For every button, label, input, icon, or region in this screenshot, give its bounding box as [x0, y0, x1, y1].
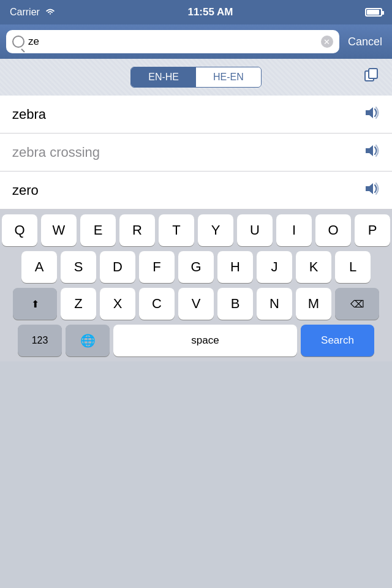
- wifi-icon: [45, 7, 56, 18]
- key-Y[interactable]: Y: [198, 214, 233, 246]
- seg-he-en[interactable]: HE-EN: [196, 67, 261, 87]
- key-D[interactable]: D: [100, 251, 135, 283]
- key-T[interactable]: T: [159, 214, 194, 246]
- key-F[interactable]: F: [139, 251, 175, 283]
- key-R[interactable]: R: [119, 214, 155, 246]
- key-S[interactable]: S: [61, 251, 96, 283]
- segmented-control[interactable]: EN-HE HE-EN: [130, 67, 262, 88]
- clear-button[interactable]: ✕: [321, 36, 333, 48]
- language-selector-area: EN-HE HE-EN: [0, 59, 392, 96]
- search-icon: [12, 36, 24, 48]
- key-M[interactable]: M: [296, 288, 331, 320]
- search-key[interactable]: Search: [301, 325, 374, 356]
- status-bar: Carrier 11:55 AM: [0, 0, 392, 24]
- key-Z[interactable]: Z: [61, 288, 96, 320]
- status-right: [365, 8, 382, 17]
- key-H[interactable]: H: [217, 251, 253, 283]
- key-J[interactable]: J: [257, 251, 292, 283]
- svg-marker-2: [366, 107, 373, 118]
- key-L[interactable]: L: [335, 251, 371, 283]
- svg-marker-3: [366, 145, 373, 156]
- result-text-2: zero: [12, 183, 39, 198]
- seg-en-he[interactable]: EN-HE: [131, 67, 196, 87]
- status-time: 11:55 AM: [187, 6, 233, 18]
- result-text-0: zebra: [12, 107, 46, 123]
- keyboard-row-1: Q W E R T Y U I O P: [2, 214, 390, 246]
- keyboard-row-2: A S D F G H J K L: [2, 251, 390, 283]
- search-box[interactable]: ze ✕: [6, 30, 339, 53]
- shift-key[interactable]: ⬆: [13, 288, 57, 320]
- key-I[interactable]: I: [276, 214, 312, 246]
- keyboard-row-3: ⬆ Z X C V B N M ⌫: [2, 288, 390, 320]
- battery-icon: [365, 8, 382, 17]
- globe-key[interactable]: 🌐: [66, 325, 110, 356]
- svg-rect-1: [369, 69, 377, 78]
- cancel-button[interactable]: Cancel: [344, 36, 386, 48]
- search-input[interactable]: ze: [28, 36, 317, 48]
- result-item-2[interactable]: zero: [0, 172, 392, 209]
- key-C[interactable]: C: [139, 288, 175, 320]
- key-A[interactable]: A: [21, 251, 57, 283]
- num-key[interactable]: 123: [18, 325, 62, 356]
- status-left: Carrier: [10, 7, 56, 18]
- keyboard-area: Q W E R T Y U I O P A S D F G H J K L ⬆ …: [0, 209, 392, 361]
- key-U[interactable]: U: [237, 214, 273, 246]
- key-Q[interactable]: Q: [2, 214, 37, 246]
- key-X[interactable]: X: [100, 288, 135, 320]
- key-V[interactable]: V: [178, 288, 214, 320]
- key-K[interactable]: K: [296, 251, 331, 283]
- key-N[interactable]: N: [257, 288, 292, 320]
- speaker-icon-1[interactable]: [364, 144, 380, 161]
- result-text-1: zebra crossing: [12, 145, 100, 160]
- nav-bar: ze ✕ Cancel: [0, 24, 392, 59]
- result-item-1[interactable]: zebra crossing: [0, 134, 392, 172]
- key-W[interactable]: W: [41, 214, 77, 246]
- speaker-icon-0[interactable]: [364, 106, 380, 123]
- result-item-0[interactable]: zebra: [0, 96, 392, 134]
- backspace-key[interactable]: ⌫: [335, 288, 379, 320]
- key-G[interactable]: G: [178, 251, 214, 283]
- results-list: zebra zebra crossing zero: [0, 96, 392, 209]
- key-P[interactable]: P: [355, 214, 390, 246]
- key-E[interactable]: E: [80, 214, 116, 246]
- carrier-label: Carrier: [10, 7, 40, 18]
- keyboard-bottom-row: 123 🌐 space Search: [2, 325, 390, 356]
- svg-marker-4: [366, 183, 373, 194]
- speaker-icon-2[interactable]: [364, 182, 380, 199]
- key-B[interactable]: B: [217, 288, 253, 320]
- space-key[interactable]: space: [113, 325, 297, 356]
- copy-icon[interactable]: [364, 67, 380, 87]
- key-O[interactable]: O: [315, 214, 351, 246]
